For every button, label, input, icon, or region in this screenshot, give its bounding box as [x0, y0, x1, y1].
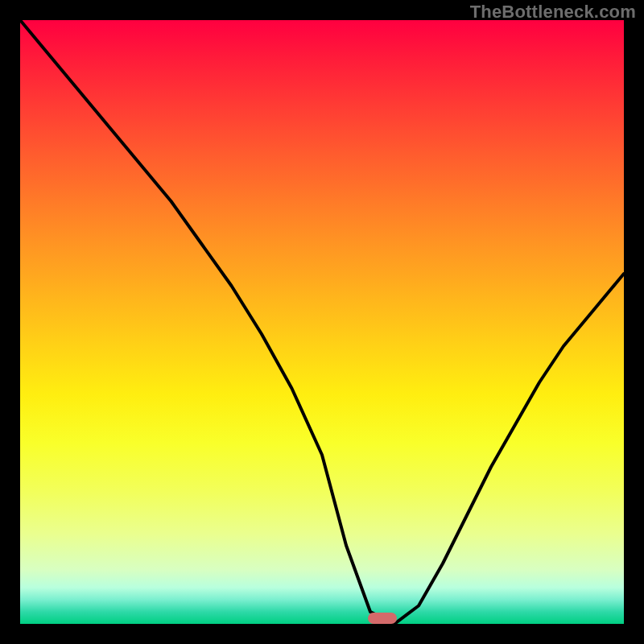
plot-area — [20, 20, 624, 624]
optimal-point-marker — [368, 613, 397, 624]
chart-frame: TheBottleneck.com — [0, 0, 644, 644]
heat-gradient-background — [20, 20, 624, 624]
